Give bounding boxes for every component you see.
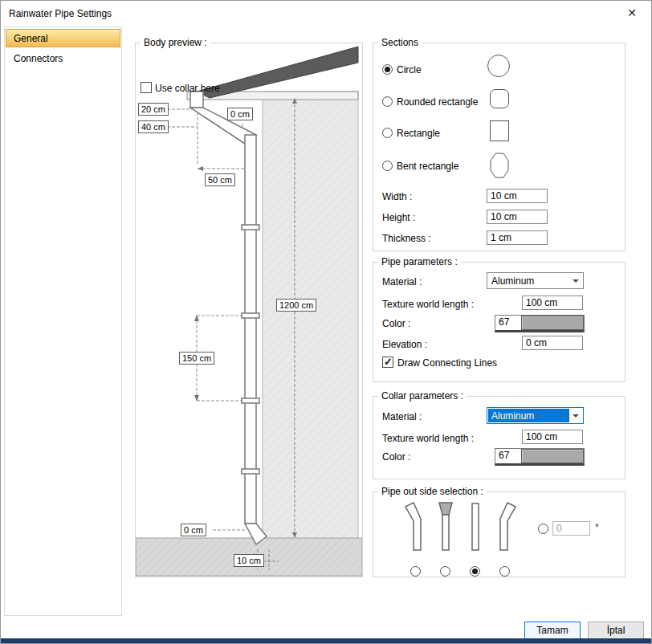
pipe-color-label: Color : [382,318,410,329]
cancel-button[interactable]: İptal [588,622,644,640]
section-rectangle-label: Rectangle [397,128,440,139]
pipe-color-picker[interactable]: 67 [495,315,585,332]
section-rounded-rectangle-radio[interactable] [382,96,393,107]
dim-pipe-height: 1200 cm [276,299,316,312]
pipe-material-label: Material : [382,276,422,287]
pipe-angle-radio[interactable] [538,524,548,534]
pipe-out-left-icon [403,500,429,553]
sections-label: Sections [378,37,422,48]
pipe-material-dropdown[interactable]: Aluminum [487,272,584,289]
collar-material-label: Material : [382,411,422,422]
width-label: Width : [382,191,412,202]
circle-shape-icon [487,55,510,77]
pipe-preview-drawing [136,43,362,577]
section-rounded-rectangle-label: Rounded rectangle [397,96,478,108]
rectangle-shape-icon [490,120,509,141]
draw-connecting-lines-checkbox[interactable] [382,357,393,368]
sidebar-item-connectors[interactable]: Connectors [6,49,120,67]
pipe-parameters-group: Pipe parameters : Material : Aluminum Te… [373,262,626,382]
dim-neck-drop: 40 cm [138,120,169,133]
pipe-angle-field[interactable]: 0 [552,521,590,536]
pipe-color-swatch [521,316,584,330]
pipe-straight-icon [463,500,488,553]
section-circle-radio[interactable] [382,64,393,75]
rounded-rectangle-shape-icon [490,89,509,108]
dim-segment-length: 150 cm [179,352,214,365]
collar-color-picker[interactable]: 67 [495,448,585,466]
pipe-color-value: 67 [495,316,521,330]
collar-material-dropdown[interactable]: Aluminum [487,407,584,424]
rainwater-pipe-settings-dialog: Rainwater Pipe Settings ✕ General Connec… [0,0,652,644]
sidebar-item-general[interactable]: General [6,29,120,47]
body-preview-group: Body preview : [135,43,363,577]
pipe-collar-top-icon [433,500,458,553]
pipe-material-value: Aluminum [488,274,569,287]
section-bent-rectangle-label: Bent rectangle [397,161,458,172]
collar-color-swatch [521,449,584,463]
pipe-straight-radio[interactable] [470,566,480,577]
degree-symbol: ° [595,522,599,533]
collar-material-value: Aluminum [488,409,569,422]
pipe-out-right-radio[interactable] [499,566,510,577]
section-circle-label: Circle [397,64,422,75]
elevation-label: Elevation : [382,339,427,350]
draw-connecting-lines-label: Draw Connecting Lines [397,357,497,369]
chevron-down-icon [573,279,579,283]
dim-gutter-depth: 20 cm [138,103,169,116]
chevron-down-icon [573,414,579,418]
elevation-field[interactable]: 0 cm [522,336,583,350]
dim-neck-width: 50 cm [205,173,235,186]
title-bar: Rainwater Pipe Settings ✕ [1,1,651,25]
bent-rectangle-shape-icon [490,153,509,178]
bottom-edge-bar [1,638,651,643]
collar-color-value: 67 [495,449,521,463]
dim-ground-clearance: 10 cm [234,554,264,567]
pipe-out-left-radio[interactable] [410,566,421,577]
pipe-out-side-group: Pipe out side selection : 0 ° [373,491,626,577]
body-preview-label: Body preview : [141,37,210,48]
ok-button[interactable]: Tamam [524,622,581,640]
collar-texture-field[interactable]: 100 cm [522,430,583,444]
dim-bottom-offset: 0 cm [181,524,206,536]
pipe-texture-field[interactable]: 100 cm [522,296,583,310]
section-bent-rectangle-radio[interactable] [382,161,393,171]
collar-color-label: Color : [382,451,410,463]
pipe-collar-top-radio[interactable] [440,566,450,577]
dialog-title: Rainwater Pipe Settings [9,8,112,19]
pipe-out-side-label: Pipe out side selection : [378,486,487,497]
sections-group: Sections Circle Rounded rectangle Rectan… [373,43,626,251]
height-field[interactable]: 10 cm [487,210,548,224]
thickness-field[interactable]: 1 cm [487,230,548,245]
pipe-out-right-icon [492,500,518,553]
sidebar: General Connectors [4,26,122,616]
section-rectangle-radio[interactable] [382,128,393,138]
close-icon[interactable]: ✕ [617,2,646,23]
width-field[interactable]: 10 cm [487,189,548,203]
collar-parameters-label: Collar parameters : [378,390,467,401]
collar-texture-label: Texture world length : [382,433,474,444]
use-collar-checkbox[interactable] [141,82,152,93]
pipe-parameters-label: Pipe parameters : [378,256,461,267]
collar-parameters-group: Collar parameters : Material : Aluminum … [373,396,626,479]
dim-top-offset: 0 cm [227,108,253,120]
use-collar-label: Use collar here [155,83,220,94]
thickness-label: Thickness : [382,233,431,244]
pipe-texture-label: Texture world length : [382,299,474,310]
height-label: Height : [382,212,415,223]
